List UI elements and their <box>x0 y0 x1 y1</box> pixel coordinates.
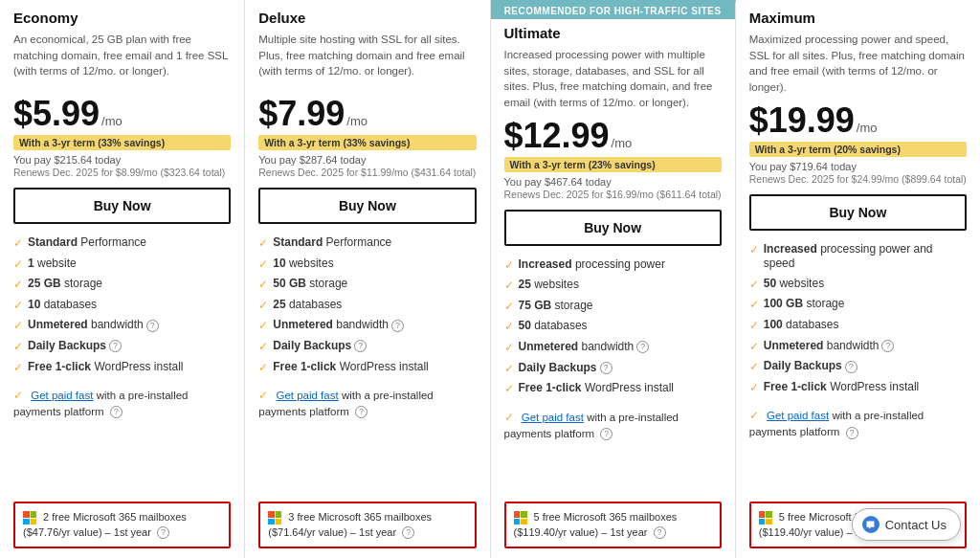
renews-ultimate: Renews Dec. 2025 for $16.99/mo ($611.64 … <box>504 189 722 200</box>
feature-text: Free 1-click WordPress install <box>273 360 429 375</box>
help-icon[interactable]: ? <box>600 428 612 440</box>
feature-item: ✓ Standard Performance <box>258 235 476 252</box>
ms365-icon <box>514 511 527 525</box>
feature-item: ✓ 75 GB storage <box>504 299 722 315</box>
paid-fast-economy: ✓ Get paid fast with a pre-installed pay… <box>13 388 231 419</box>
chat-icon <box>862 516 880 533</box>
check-icon: ✓ <box>749 340 759 355</box>
feature-item: ✓ Free 1-click WordPress install <box>504 381 722 397</box>
feature-item: ✓ 50 websites <box>749 277 967 293</box>
price-mo-deluxe: /mo <box>346 114 368 128</box>
paid-fast-link-economy[interactable]: Get paid fast <box>31 390 93 401</box>
feature-item: ✓ Unmetered bandwidth? <box>504 340 722 356</box>
check-icon: ✓ <box>749 360 759 375</box>
feature-list-economy: ✓ Standard Performance ✓ 1 website ✓ 25 … <box>13 235 231 380</box>
buy-button-ultimate[interactable]: Buy Now <box>504 210 722 246</box>
feature-item: ✓ Unmetered bandwidth? <box>13 318 231 334</box>
feature-text: Increased processing power <box>519 257 665 273</box>
check-icon: ✓ <box>13 278 23 293</box>
savings-badge-maximum: With a 3-yr term (20% savings) <box>749 142 967 157</box>
price-mo-economy: /mo <box>101 114 122 128</box>
plan-col-maximum: MaximumMaximized processing power and sp… <box>736 0 980 558</box>
feature-text: 100 GB storage <box>764 297 845 312</box>
help-icon[interactable]: ? <box>846 427 858 439</box>
contact-us-label: Contact Us <box>885 518 947 532</box>
pricing-page: EconomyAn economical, 25 GB plan with fr… <box>0 0 980 558</box>
check-icon: ✓ <box>13 236 23 252</box>
feature-text: 1 website <box>28 257 77 272</box>
ms365-icon <box>268 511 281 525</box>
ms365-icon <box>23 511 36 525</box>
help-icon[interactable]: ? <box>146 320 159 332</box>
feature-text: 50 websites <box>764 277 824 292</box>
feature-text: Free 1-click WordPress install <box>764 380 920 395</box>
help-icon[interactable]: ? <box>845 361 858 373</box>
check-icon: ✓ <box>749 243 759 258</box>
help-icon[interactable]: ? <box>355 406 368 418</box>
check-icon: ✓ <box>258 389 268 402</box>
feature-text: 50 databases <box>519 319 588 334</box>
plan-desc-ultimate: Increased processing power with multiple… <box>504 47 722 111</box>
help-icon[interactable]: ? <box>354 340 367 352</box>
help-icon[interactable]: ? <box>402 526 414 539</box>
feature-list-maximum: ✓ Increased processing power and speed ✓… <box>749 242 967 401</box>
check-icon: ✓ <box>13 299 23 314</box>
paid-fast-link-ultimate[interactable]: Get paid fast <box>522 412 584 423</box>
help-icon[interactable]: ? <box>881 340 894 352</box>
pay-today-maximum: You pay $719.64 today <box>749 161 967 172</box>
price-mo-ultimate: /mo <box>612 136 633 150</box>
feature-item: ✓ 25 websites <box>504 278 722 294</box>
help-icon[interactable]: ? <box>157 526 169 539</box>
feature-item: ✓ 1 website <box>13 257 231 273</box>
check-icon: ✓ <box>504 341 514 356</box>
feature-text: Unmetered bandwidth? <box>28 318 159 333</box>
feature-item: ✓ Daily Backups? <box>504 361 722 377</box>
feature-item: ✓ Unmetered bandwidth? <box>749 339 967 355</box>
check-icon: ✓ <box>258 340 268 355</box>
feature-text: Standard Performance <box>273 235 391 251</box>
feature-item: ✓ Free 1-click WordPress install <box>258 360 476 376</box>
feature-text: 50 GB storage <box>273 277 347 292</box>
paid-fast-link-deluxe[interactable]: Get paid fast <box>276 390 338 401</box>
feature-item: ✓ 10 websites <box>258 257 476 273</box>
check-icon: ✓ <box>258 236 268 252</box>
feature-item: ✓ Daily Backups? <box>749 359 967 375</box>
help-icon[interactable]: ? <box>110 406 122 418</box>
help-icon[interactable]: ? <box>654 526 666 539</box>
check-icon: ✓ <box>13 340 23 355</box>
buy-button-economy[interactable]: Buy Now <box>13 188 231 224</box>
feature-text: Daily Backups? <box>273 339 367 354</box>
check-icon: ✓ <box>749 409 759 422</box>
plan-col-ultimate: RECOMMENDED FOR HIGH-TRAFFIC SITESUltima… <box>491 0 736 558</box>
feature-item: ✓ 100 databases <box>749 318 967 334</box>
help-icon[interactable]: ? <box>600 362 612 374</box>
feature-item: ✓ 50 databases <box>504 319 722 335</box>
feature-text: Daily Backups? <box>519 361 612 376</box>
price-ultimate: $12.99 <box>504 119 610 153</box>
feature-text: Increased processing power and speed <box>764 242 967 272</box>
help-icon[interactable]: ? <box>636 341 649 353</box>
feature-list-deluxe: ✓ Standard Performance ✓ 10 websites ✓ 5… <box>258 235 476 380</box>
feature-text: 100 databases <box>764 318 839 333</box>
check-icon: ✓ <box>258 319 268 334</box>
help-icon[interactable]: ? <box>391 320 404 332</box>
check-icon: ✓ <box>749 381 759 396</box>
feature-item: ✓ Free 1-click WordPress install <box>749 380 967 396</box>
check-icon: ✓ <box>749 319 759 334</box>
feature-text: 10 databases <box>28 298 97 313</box>
paid-fast-link-maximum[interactable]: Get paid fast <box>767 410 829 421</box>
feature-text: Unmetered bandwidth? <box>764 339 895 354</box>
check-icon: ✓ <box>504 382 514 397</box>
plan-name-maximum: Maximum <box>749 10 967 26</box>
pay-today-ultimate: You pay $467.64 today <box>504 176 722 188</box>
feature-item: ✓ Free 1-click WordPress install <box>13 360 231 376</box>
buy-button-maximum[interactable]: Buy Now <box>749 194 967 231</box>
help-icon[interactable]: ? <box>109 340 122 352</box>
plan-name-deluxe: Deluxe <box>258 10 476 26</box>
feature-text: Daily Backups? <box>28 339 122 354</box>
buy-button-deluxe[interactable]: Buy Now <box>258 188 476 224</box>
contact-us-button[interactable]: Contact Us <box>852 508 961 541</box>
renews-maximum: Renews Dec. 2025 for $24.99/mo ($899.64 … <box>749 173 967 185</box>
plan-desc-maximum: Maximized processing power and speed, SS… <box>749 32 967 96</box>
microsoft-box-ultimate: 5 free Microsoft 365 mailboxes ($119.40/… <box>504 502 722 548</box>
